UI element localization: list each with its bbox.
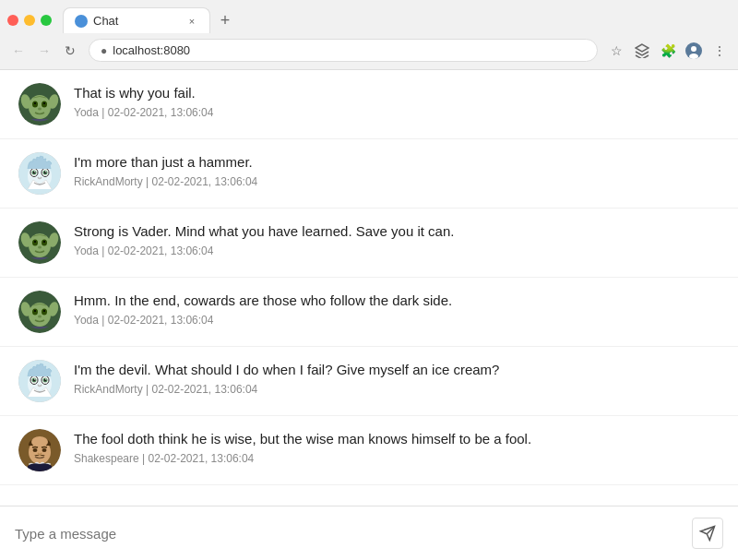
message-content: The fool doth think he is wise, but the …	[74, 429, 720, 465]
svg-point-21	[45, 171, 46, 172]
reload-button[interactable]: ↻	[59, 40, 81, 62]
list-item: Strong is Vader. Mind what you have lear…	[0, 209, 738, 278]
svg-point-32	[29, 303, 51, 327]
message-content: Strong is Vader. Mind what you have lear…	[74, 221, 720, 257]
message-content: I'm more than just a hammer.RickAndMorty…	[74, 152, 720, 188]
new-tab-button[interactable]: +	[214, 9, 236, 31]
svg-point-52	[31, 436, 48, 447]
message-content: That is why you fail.Yoda | 02-02-2021, …	[74, 83, 720, 119]
browser-chrome: Chat × + ← → ↻ ● localhost:8080 ☆ 🧩	[0, 0, 738, 70]
message-meta: Shakespeare | 02-02-2021, 13:06:04	[74, 452, 720, 465]
menu-icon[interactable]: ⋮	[708, 40, 731, 62]
avatar	[18, 83, 61, 125]
message-content: Hmm. In the end, cowards are those who f…	[74, 291, 720, 327]
layers-icon[interactable]	[631, 40, 653, 62]
message-content: I'm the devil. What should I do when I f…	[74, 360, 720, 396]
svg-point-49	[45, 378, 46, 379]
message-text: I'm the devil. What should I do when I f…	[74, 360, 720, 379]
message-input[interactable]	[15, 526, 692, 542]
message-text: I'm more than just a hammer.	[74, 152, 720, 172]
svg-point-23	[29, 233, 51, 257]
tab-favicon	[75, 15, 88, 28]
avatar-icon[interactable]	[683, 40, 705, 62]
list-item: Hmm. In the end, cowards are those who f…	[0, 278, 738, 347]
list-item: I'm the devil. What should I do when I f…	[0, 347, 738, 416]
puzzle-icon[interactable]: 🧩	[657, 40, 679, 62]
svg-point-11	[38, 108, 42, 111]
svg-point-38	[43, 310, 45, 312]
message-text: Hmm. In the end, cowards are those who f…	[74, 291, 720, 310]
url-bar[interactable]: ● localhost:8080	[89, 39, 598, 62]
back-button[interactable]: ←	[7, 40, 30, 62]
url-text: localhost:8080	[113, 43, 586, 57]
svg-point-9	[34, 102, 36, 104]
message-meta: RickAndMorty | 02-02-2021, 13:06:04	[74, 175, 720, 188]
avatar	[18, 291, 61, 333]
avatar	[18, 360, 61, 402]
tab-bar: Chat × +	[0, 0, 738, 33]
list-item: I'm more than just a hammer.RickAndMorty…	[0, 139, 738, 209]
svg-point-10	[43, 102, 45, 104]
avatar	[18, 221, 61, 264]
svg-point-20	[34, 171, 35, 172]
bookmark-icon[interactable]: ☆	[605, 40, 627, 62]
svg-point-48	[34, 378, 35, 379]
list-item: That is why you fail.Yoda | 02-02-2021, …	[0, 70, 738, 139]
address-bar: ← → ↻ ● localhost:8080 ☆ 🧩 ⋮	[0, 33, 738, 69]
avatar	[18, 152, 61, 195]
tab-title: Chat	[93, 14, 180, 28]
svg-point-54	[42, 448, 47, 452]
list-item: The fool doth think he is wise, but the …	[0, 416, 738, 485]
tab-close-button[interactable]: ×	[185, 15, 198, 28]
send-button[interactable]	[692, 518, 723, 549]
forward-button[interactable]: →	[33, 40, 55, 62]
chat-messages: That is why you fail.Yoda | 02-02-2021, …	[0, 70, 738, 506]
browser-actions: ☆ 🧩 ⋮	[605, 40, 731, 62]
svg-point-4	[29, 95, 51, 119]
maximize-button[interactable]	[41, 15, 52, 26]
message-meta: Yoda | 02-02-2021, 13:06:04	[74, 244, 720, 257]
message-meta: RickAndMorty | 02-02-2021, 13:06:04	[74, 383, 720, 396]
nav-buttons: ← → ↻	[7, 40, 81, 62]
window-controls	[7, 15, 52, 26]
message-meta: Yoda | 02-02-2021, 13:06:04	[74, 314, 720, 327]
avatar	[18, 429, 61, 471]
message-meta: Yoda | 02-02-2021, 13:06:04	[74, 106, 720, 119]
svg-point-28	[34, 241, 36, 243]
svg-point-53	[33, 448, 38, 452]
message-text: The fool doth think he is wise, but the …	[74, 429, 720, 448]
active-tab[interactable]: Chat ×	[63, 7, 210, 33]
svg-point-2	[689, 54, 698, 59]
minimize-button[interactable]	[24, 15, 35, 26]
svg-point-37	[34, 310, 36, 312]
message-text: Strong is Vader. Mind what you have lear…	[74, 221, 720, 241]
svg-point-39	[38, 316, 42, 318]
svg-point-29	[43, 241, 45, 243]
message-text: That is why you fail.	[74, 83, 720, 102]
close-button[interactable]	[7, 15, 18, 26]
svg-point-30	[38, 246, 42, 249]
lock-icon: ●	[101, 44, 107, 57]
input-area	[0, 506, 738, 560]
svg-point-1	[691, 46, 696, 52]
